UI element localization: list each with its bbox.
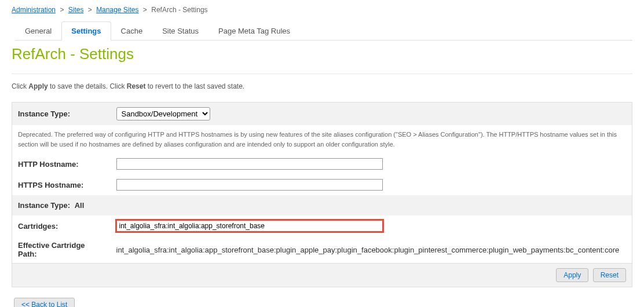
settings-panel: Instance Type: Sandbox/Development Depre… xyxy=(12,102,632,287)
breadcrumb: Administration > Sites > Manage Sites > … xyxy=(12,6,632,14)
tab-settings[interactable]: Settings xyxy=(61,21,111,41)
cartridges-input[interactable] xyxy=(116,220,383,232)
back-to-list-button[interactable]: << Back to List xyxy=(14,298,75,307)
help-suffix: to revert to the last saved state. xyxy=(145,82,244,90)
tab-general[interactable]: General xyxy=(15,21,61,41)
effective-path-label: Effective Cartridge Path: xyxy=(12,236,111,264)
breadcrumb-link-manage-sites[interactable]: Manage Sites xyxy=(96,6,138,14)
effective-path-value: int_algolia_sfra:int_algolia:app_storefr… xyxy=(111,236,632,264)
instance-type-select[interactable]: Sandbox/Development xyxy=(116,107,210,120)
tab-cache[interactable]: Cache xyxy=(111,21,153,41)
breadcrumb-separator: > xyxy=(88,6,92,14)
help-prefix: Click xyxy=(12,82,28,90)
help-mid: to save the details. Click xyxy=(48,82,127,90)
deprecated-note: Deprecated. The preferred way of configu… xyxy=(12,125,632,154)
instance-type-label: Instance Type: xyxy=(12,103,111,126)
page-title: RefArch - Settings xyxy=(12,45,632,63)
apply-button[interactable]: Apply xyxy=(556,268,588,282)
instance-type-all-label: Instance Type: xyxy=(18,201,70,210)
help-reset-word: Reset xyxy=(127,82,146,90)
tabs: General Settings Cache Site Status Page … xyxy=(15,21,632,41)
breadcrumb-separator: > xyxy=(60,6,64,14)
divider xyxy=(12,74,632,74)
http-hostname-label: HTTP Hostname: xyxy=(12,154,111,174)
breadcrumb-link-administration[interactable]: Administration xyxy=(12,6,56,14)
breadcrumb-link-sites[interactable]: Sites xyxy=(68,6,84,14)
breadcrumb-current: RefArch - Settings xyxy=(151,6,207,14)
help-text: Click Apply to save the details. Click R… xyxy=(12,82,632,90)
https-hostname-label: HTTPS Hostname: xyxy=(12,174,111,195)
instance-type-all-value: All xyxy=(75,201,85,210)
reset-button[interactable]: Reset xyxy=(593,268,626,282)
breadcrumb-separator: > xyxy=(143,6,147,14)
tab-page-meta[interactable]: Page Meta Tag Rules xyxy=(208,21,300,41)
tab-site-status[interactable]: Site Status xyxy=(152,21,208,41)
cartridges-label: Cartridges: xyxy=(12,215,111,236)
https-hostname-input[interactable] xyxy=(116,179,383,191)
http-hostname-input[interactable] xyxy=(116,158,383,170)
help-apply-word: Apply xyxy=(28,82,47,90)
